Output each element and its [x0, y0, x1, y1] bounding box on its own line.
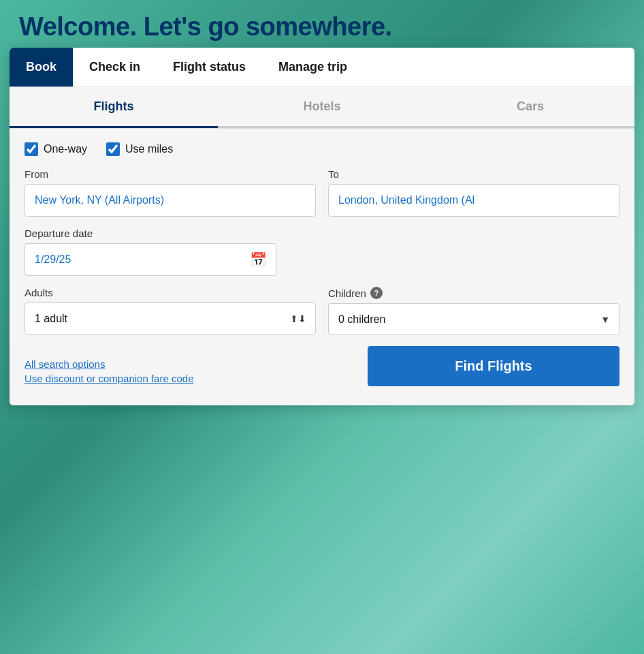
children-label: Children ? [328, 287, 619, 299]
one-way-label[interactable]: One-way [25, 142, 87, 156]
children-group: Children ? 0 children 1 child 2 children… [328, 287, 619, 335]
adults-select[interactable]: 1 adult 2 adults 3 adults 4 adults 5 adu… [25, 302, 316, 334]
booking-form: One-way Use miles From To Departure date [10, 129, 634, 405]
children-select[interactable]: 0 children 1 child 2 children 3 children… [328, 303, 619, 335]
children-select-wrapper: 0 children 1 child 2 children 3 children… [328, 303, 619, 335]
from-group: From [25, 168, 316, 217]
from-input[interactable] [25, 184, 316, 217]
tab-flights[interactable]: Flights [10, 87, 218, 128]
use-miles-label[interactable]: Use miles [106, 142, 173, 156]
departure-date-input[interactable] [25, 243, 276, 276]
options-row: One-way Use miles [25, 142, 619, 156]
use-miles-checkbox[interactable] [106, 142, 120, 156]
booking-card: Book Check in Flight status Manage trip … [10, 48, 634, 405]
links-section: All search options Use discount or compa… [25, 358, 193, 384]
tab-manage-trip[interactable]: Manage trip [262, 48, 364, 87]
tab-cars[interactable]: Cars [426, 87, 634, 128]
departure-row: Departure date 📅 [25, 228, 619, 276]
date-wrapper: 📅 [25, 243, 276, 276]
adults-select-wrapper: 1 adult 2 adults 3 adults 4 adults 5 adu… [25, 302, 316, 334]
section-tabs: Flights Hotels Cars [10, 87, 634, 129]
from-label: From [25, 168, 316, 180]
passengers-row: Adults 1 adult 2 adults 3 adults 4 adult… [25, 287, 619, 335]
tab-check-in[interactable]: Check in [73, 48, 157, 87]
to-group: To [328, 168, 619, 217]
tab-book[interactable]: Book [10, 48, 73, 87]
discount-code-link[interactable]: Use discount or companion fare code [25, 373, 193, 384]
adults-group: Adults 1 adult 2 adults 3 adults 4 adult… [25, 287, 316, 335]
from-to-row: From To [25, 168, 619, 217]
welcome-heading: Welcome. Let's go somewhere. [19, 12, 625, 42]
welcome-section: Welcome. Let's go somewhere. [0, 0, 644, 48]
departure-group: Departure date 📅 [25, 228, 276, 276]
tab-hotels[interactable]: Hotels [218, 87, 426, 128]
one-way-checkbox[interactable] [25, 142, 38, 156]
children-help-icon[interactable]: ? [370, 287, 383, 299]
top-navigation: Book Check in Flight status Manage trip [10, 48, 634, 87]
all-search-options-link[interactable]: All search options [25, 358, 193, 370]
use-miles-text: Use miles [125, 143, 173, 155]
to-input[interactable] [328, 184, 619, 217]
adults-label: Adults [25, 287, 316, 298]
departure-date-label: Departure date [25, 228, 276, 239]
bottom-actions-row: All search options Use discount or compa… [25, 346, 619, 386]
one-way-text: One-way [44, 143, 87, 155]
to-label: To [328, 168, 619, 180]
find-flights-button[interactable]: Find Flights [368, 346, 619, 386]
tab-flight-status[interactable]: Flight status [157, 48, 262, 87]
